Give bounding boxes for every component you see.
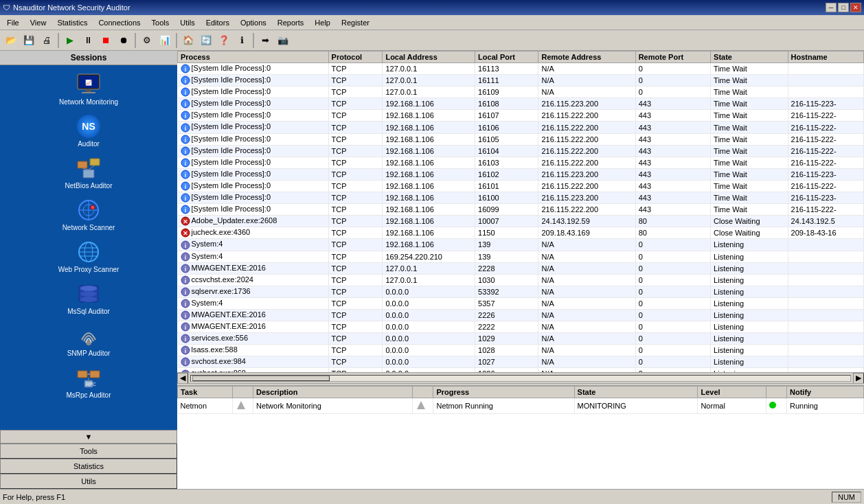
col-process[interactable]: Process — [178, 51, 329, 63]
save-button[interactable]: 💾 — [21, 33, 37, 48]
sidebar-scroll-down[interactable]: ▼ — [0, 430, 177, 444]
table-row[interactable]: iMWAGENT.EXE:2016 TCP 0.0.0.0 2226 N/A 0… — [178, 309, 864, 321]
table-row[interactable]: iSystem:4 TCP 0.0.0.0 5357 N/A 0 Listeni… — [178, 297, 864, 309]
table-row[interactable]: iSystem:4 TCP 169.254.220.210 139 N/A 0 … — [178, 251, 864, 262]
cell-hostname: 216-115-222- — [788, 133, 863, 145]
col-state[interactable]: State — [711, 51, 788, 63]
col-protocol[interactable]: Protocol — [328, 51, 383, 63]
maximize-button[interactable]: □ — [838, 3, 849, 12]
sidebar-item-web-proxy[interactable]: Web Proxy Scanner — [0, 236, 177, 277]
menu-reports[interactable]: Reports — [272, 17, 310, 28]
table-row[interactable]: i[System Idle Process]:0 TCP 192.168.1.1… — [178, 98, 864, 110]
table-row[interactable]: i[System Idle Process]:0 TCP 192.168.1.1… — [178, 110, 864, 122]
menu-utils[interactable]: Utils — [174, 17, 200, 28]
table-row[interactable]: ✕jucheck.exe:4360 TCP 192.168.1.106 1150… — [178, 227, 864, 239]
h-scrollbar[interactable]: ◀ ▶ — [177, 372, 864, 383]
sidebar-item-network-monitoring[interactable]: 📈 Network Monitoring — [0, 68, 177, 110]
col-local-address[interactable]: Local Address — [383, 51, 475, 63]
info-button[interactable]: ℹ — [234, 33, 250, 48]
sidebar-item-netbios[interactable]: NetBios Auditor — [0, 152, 177, 194]
cell-remote-port: 0 — [635, 63, 710, 75]
sidebar-item-mssql[interactable]: MsSql Auditor — [0, 277, 177, 319]
scroll-left-button[interactable]: ◀ — [177, 373, 188, 384]
bottom-col-state[interactable]: State — [574, 387, 698, 398]
main-table-scroll[interactable]: Process Protocol Local Address Local Por… — [177, 51, 864, 372]
menu-register[interactable]: Register — [336, 17, 375, 28]
menu-view[interactable]: View — [25, 17, 52, 28]
table-row[interactable]: i[System Idle Process]:0 TCP 127.0.0.1 1… — [178, 63, 864, 75]
settings-button[interactable]: ⚙ — [139, 33, 155, 48]
table-row[interactable]: iccsvchst.exe:2024 TCP 127.0.0.1 1030 N/… — [178, 274, 864, 286]
camera-button[interactable]: 📷 — [275, 33, 291, 48]
open-folder-button[interactable]: 📂 — [3, 33, 19, 48]
menu-statistics[interactable]: Statistics — [52, 17, 93, 28]
table-row[interactable]: i[System Idle Process]:0 TCP 192.168.1.1… — [178, 192, 864, 204]
mssql-icon — [75, 282, 102, 306]
home-button[interactable]: 🏠 — [180, 33, 196, 48]
table-row[interactable]: isvchost.exe:984 TCP 0.0.0.0 1027 N/A 0 … — [178, 356, 864, 368]
table-row[interactable]: i[System Idle Process]:0 TCP 127.0.0.1 1… — [178, 87, 864, 98]
statistics-button[interactable]: Statistics — [0, 459, 177, 474]
utils-button[interactable]: Utils — [0, 474, 177, 489]
sidebar-item-msrpc[interactable]: RPC MsRpc Auditor — [0, 361, 177, 403]
menu-file[interactable]: File — [1, 17, 25, 28]
col-remote-port[interactable]: Remote Port — [635, 51, 710, 63]
table-row[interactable]: iMWAGENT.EXE:2016 TCP 0.0.0.0 2222 N/A 0… — [178, 321, 864, 333]
stop-button[interactable]: ⏹ — [98, 33, 114, 48]
record-button[interactable]: ⏺ — [115, 33, 132, 48]
table-row[interactable]: i[System Idle Process]:0 TCP 192.168.1.1… — [178, 133, 864, 145]
table-row[interactable]: ✕Adobe_Updater.exe:2608 TCP 192.168.1.10… — [178, 216, 864, 227]
table-row[interactable]: i[System Idle Process]:0 TCP 192.168.1.1… — [178, 122, 864, 133]
arrow-button[interactable]: ➡ — [257, 33, 273, 48]
question-button[interactable]: ❓ — [216, 33, 232, 48]
tools-button[interactable]: Tools — [0, 444, 177, 459]
table-row[interactable]: iservices.exe:556 TCP 0.0.0.0 1029 N/A 0… — [178, 333, 864, 345]
cell-remote-addr: N/A — [538, 63, 635, 75]
cell-remote-port: 443 — [635, 98, 710, 110]
bottom-col-notify[interactable] — [766, 387, 787, 398]
bottom-col-description[interactable]: Description — [253, 387, 413, 398]
cell-local-addr: 127.0.0.1 — [383, 75, 475, 87]
sidebar-item-auditor[interactable]: NS Auditor — [0, 110, 177, 152]
cell-protocol: TCP — [328, 122, 383, 133]
bottom-col-task[interactable]: Task — [178, 387, 233, 398]
table-row[interactable]: i[System Idle Process]:0 TCP 192.168.1.1… — [178, 145, 864, 157]
bottom-col-progress[interactable]: Progress — [433, 387, 574, 398]
bottom-table-scroll[interactable]: Task Description Progress State Level No… — [177, 386, 864, 489]
refresh-button[interactable]: 🔄 — [198, 33, 214, 48]
h-scroll-thumb[interactable] — [192, 376, 330, 381]
bottom-col-desc2[interactable] — [413, 387, 433, 398]
menu-options[interactable]: Options — [235, 17, 272, 28]
table-row[interactable]: i[System Idle Process]:0 TCP 192.168.1.1… — [178, 204, 864, 216]
table-row[interactable]: isqlservr.exe:1736 TCP 0.0.0.0 53392 N/A… — [178, 286, 864, 297]
table-row[interactable]: iSystem:4 TCP 192.168.1.106 139 N/A 0 Li… — [178, 239, 864, 251]
table-row[interactable]: iMWAGENT.EXE:2016 TCP 127.0.0.1 2228 N/A… — [178, 262, 864, 274]
col-remote-address[interactable]: Remote Address — [538, 51, 635, 63]
sidebar-item-network-scanner[interactable]: Network Scanner — [0, 194, 177, 236]
col-hostname[interactable]: Hostname — [788, 51, 863, 63]
table-row[interactable]: i[System Idle Process]:0 TCP 192.168.1.1… — [178, 157, 864, 168]
h-scroll-track[interactable] — [190, 375, 851, 382]
menu-tools[interactable]: Tools — [146, 17, 175, 28]
col-local-port[interactable]: Local Port — [475, 51, 538, 63]
table-row[interactable]: i[System Idle Process]:0 TCP 192.168.1.1… — [178, 180, 864, 192]
status-text: For Help, press F1 — [3, 493, 65, 501]
scroll-right-button[interactable]: ▶ — [853, 373, 864, 384]
menu-connections[interactable]: Connections — [93, 17, 146, 28]
bottom-col-desc[interactable] — [233, 387, 253, 398]
table-row[interactable]: i[System Idle Process]:0 TCP 127.0.0.1 1… — [178, 75, 864, 87]
monitor-button[interactable]: 📊 — [157, 33, 173, 48]
menu-editors[interactable]: Editors — [201, 17, 235, 28]
close-button[interactable]: ✕ — [850, 3, 861, 12]
bottom-col-notify2[interactable]: Notify — [787, 387, 864, 398]
bottom-col-level[interactable]: Level — [698, 387, 766, 398]
play-button[interactable]: ▶ — [62, 33, 78, 48]
sidebar-item-snmp[interactable]: SNMP Auditor — [0, 319, 177, 361]
table-row[interactable]: i[System Idle Process]:0 TCP 192.168.1.1… — [178, 168, 864, 180]
pause-button[interactable]: ⏸ — [80, 33, 96, 48]
bottom-table-row[interactable]: Netmon Network Monitoring Netmon Running… — [178, 398, 864, 414]
table-row[interactable]: ilsass.exe:588 TCP 0.0.0.0 1028 N/A 0 Li… — [178, 345, 864, 356]
minimize-button[interactable]: ─ — [826, 3, 837, 12]
menu-help[interactable]: Help — [309, 17, 336, 28]
print-button[interactable]: 🖨 — [38, 33, 55, 48]
